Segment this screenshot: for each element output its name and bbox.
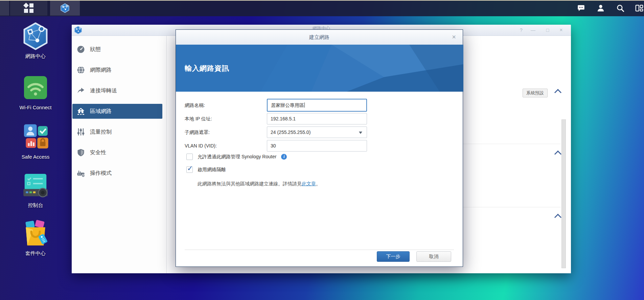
sidebar-item-label: 流量控制 bbox=[90, 129, 112, 136]
sidebar-item-security[interactable]: 安全性 bbox=[72, 145, 162, 160]
content-scrollbar[interactable] bbox=[561, 119, 566, 268]
app-launcher-button[interactable] bbox=[10, 1, 47, 16]
next-button[interactable]: 下一步 bbox=[377, 251, 410, 262]
desktop-icon-label: 控制台 bbox=[12, 202, 59, 209]
window-maximize-button[interactable]: □ bbox=[544, 27, 551, 33]
network-name-input[interactable]: 居家辦公專用區 bbox=[267, 99, 367, 112]
desktop-icon-label: Safe Access bbox=[12, 154, 59, 160]
section-collapse-chevron-2[interactable] bbox=[554, 151, 561, 158]
taskbar-active-app-network-center[interactable] bbox=[50, 1, 80, 16]
sidebar-item-label: 區域網路 bbox=[90, 108, 112, 115]
article-link[interactable]: 此文章 bbox=[302, 181, 316, 186]
desktop-icon-package-center[interactable]: 套件中心 bbox=[12, 219, 59, 257]
footer-separator bbox=[185, 250, 454, 250]
control-panel-icon bbox=[21, 171, 50, 200]
cancel-button[interactable]: 取消 bbox=[416, 251, 451, 262]
dropdown-caret-icon bbox=[359, 132, 362, 134]
chat-button[interactable] bbox=[574, 1, 589, 16]
sidebar-item-label: 操作模式 bbox=[90, 170, 112, 177]
taskbar bbox=[0, 0, 644, 16]
subnet-mask-select[interactable]: 24 (255.255.255.0) bbox=[267, 126, 367, 138]
app-launcher-icon bbox=[24, 3, 33, 13]
dialog-step-header: 輸入網路資訊 bbox=[185, 45, 229, 92]
window-close-button[interactable]: × bbox=[557, 27, 565, 33]
desktop-icon-label: Wi-Fi Connect bbox=[12, 105, 59, 110]
search-icon bbox=[616, 4, 625, 13]
screen-top-edge bbox=[0, 0, 644, 1]
package-center-icon bbox=[21, 219, 50, 248]
chat-icon bbox=[577, 4, 585, 13]
user-icon bbox=[596, 4, 605, 13]
sidebar-item-internet[interactable]: 網際網路 bbox=[72, 63, 162, 77]
network-name-label: 網路名稱: bbox=[185, 99, 264, 111]
network-isolation-checkbox[interactable] bbox=[186, 166, 193, 173]
sidebar-item-status[interactable]: 狀態 bbox=[72, 42, 162, 57]
sidebar-item-label: 狀態 bbox=[90, 46, 101, 53]
dialog-titlebar[interactable]: 建立網路 × bbox=[176, 30, 463, 45]
local-ip-label: 本地 IP 位址: bbox=[185, 113, 264, 124]
sidebar-item-label: 網際網路 bbox=[90, 67, 112, 74]
allow-management-label: 允許透過此網路管理 Synology Router bbox=[198, 154, 276, 160]
safe-access-icon bbox=[21, 122, 50, 152]
desktop-screen: 網路中心 Wi-Fi Connect Safe Access bbox=[0, 0, 644, 300]
desktop-icon-safe-access[interactable]: Safe Access bbox=[12, 122, 59, 160]
search-button[interactable] bbox=[613, 1, 628, 16]
dialog-title: 建立網路 bbox=[176, 30, 463, 45]
network-isolation-checkbox-row: 啟用網絡隔離 bbox=[186, 166, 226, 173]
sidebar-item-operation-mode[interactable]: 操作模式 bbox=[72, 166, 162, 181]
text-cursor bbox=[304, 102, 305, 108]
window-minimize-button[interactable]: — bbox=[529, 27, 537, 33]
globe-icon bbox=[76, 66, 85, 74]
vlan-id-label: VLAN ID (VID): bbox=[185, 140, 264, 152]
home-network-icon bbox=[76, 107, 85, 116]
taskbar-corner-segment bbox=[0, 1, 9, 16]
sidebar-item-label: 安全性 bbox=[90, 149, 106, 156]
network-isolation-label: 啟用網絡隔離 bbox=[198, 167, 226, 173]
network-center-icon bbox=[21, 22, 50, 51]
forward-arrow-icon bbox=[76, 86, 85, 95]
widgets-icon bbox=[635, 4, 644, 13]
sliders-icon bbox=[76, 128, 85, 136]
allow-management-checkbox[interactable] bbox=[186, 154, 193, 160]
sidebar-item-traffic-control[interactable]: 流量控制 bbox=[72, 124, 162, 139]
sidebar-item-port-forwarding[interactable]: 連接埠轉送 bbox=[72, 83, 162, 98]
create-network-dialog: 建立網路 × 輸入網路資訊 網路名稱: 居家辦公專用區 本地 IP 位址: 19… bbox=[176, 29, 463, 267]
window-help-button[interactable]: ? bbox=[518, 27, 525, 33]
router-icon bbox=[76, 169, 85, 178]
sidebar: 狀態 網際網路 連接埠轉送 bbox=[72, 36, 167, 273]
gauge-icon bbox=[76, 45, 85, 54]
system-default-badge: 系統預設 bbox=[523, 89, 548, 97]
section-collapse-chevron-1[interactable] bbox=[554, 89, 561, 96]
desktop-icon-label: 套件中心 bbox=[12, 250, 59, 257]
wifi-connect-icon bbox=[21, 73, 50, 102]
vlan-id-input[interactable]: 30 bbox=[267, 140, 367, 152]
shield-icon bbox=[76, 148, 85, 157]
isolation-note: 此網路將無法與其他區域網路建立連線。詳情請見此文章。 bbox=[198, 181, 321, 187]
desktop-icon-network-center[interactable]: 網路中心 bbox=[12, 22, 59, 60]
dialog-close-button[interactable]: × bbox=[450, 33, 458, 41]
local-ip-input[interactable]: 192.168.5.1 bbox=[267, 113, 367, 124]
allow-management-checkbox-row: 允許透過此網路管理 Synology Router bbox=[186, 154, 287, 160]
desktop-icon-control-panel[interactable]: 控制台 bbox=[12, 171, 59, 209]
network-center-app-icon bbox=[60, 3, 70, 13]
subnet-mask-label: 子網路遮罩: bbox=[185, 126, 264, 138]
sidebar-item-local-network[interactable]: 區域網路 bbox=[72, 104, 162, 119]
widgets-button[interactable] bbox=[632, 1, 644, 16]
desktop-icon-label: 網路中心 bbox=[12, 53, 59, 60]
section-collapse-chevron-3[interactable] bbox=[554, 214, 561, 221]
user-button[interactable] bbox=[593, 1, 608, 16]
info-icon[interactable] bbox=[281, 154, 287, 160]
desktop-icon-wifi-connect[interactable]: Wi-Fi Connect bbox=[12, 73, 59, 110]
sidebar-item-label: 連接埠轉送 bbox=[90, 87, 117, 94]
